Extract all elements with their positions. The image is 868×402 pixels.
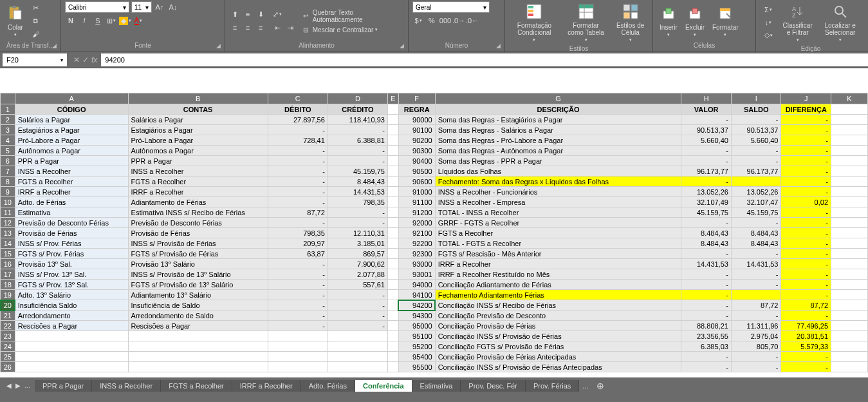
wrap-text-button[interactable]: ↩ Quebrar Texto Automaticamente bbox=[301, 8, 404, 24]
sheet-tab[interactable]: Estimativa bbox=[412, 380, 461, 392]
bold-button[interactable]: N bbox=[65, 15, 77, 26]
increase-font-button[interactable]: A↑ bbox=[154, 1, 165, 13]
cut-button[interactable]: ✂ bbox=[30, 3, 41, 14]
italic-button[interactable]: I bbox=[78, 15, 90, 26]
table-row[interactable]: 25 95400 Conciliação Provisão de Férias … bbox=[1, 352, 868, 362]
table-row[interactable]: 23 95100 Conciliação INSS s/ Provisão de… bbox=[1, 331, 868, 341]
table-row[interactable]: 20 Insuficiência Saldo Insuficiência de … bbox=[1, 300, 868, 311]
table-row[interactable]: 13 Provisão de Férias Provisão de Férias… bbox=[1, 228, 868, 238]
spreadsheet-grid[interactable]: ABCDEFGHIJK 1 CÓDIGOCONTASDÉBITOCRÉDITOR… bbox=[0, 68, 868, 378]
sort-filter-button[interactable]: AZClassificar e Filtrar▾ bbox=[779, 1, 816, 44]
table-row[interactable]: 26 95500 Conciliação INSS s/ Provisão de… bbox=[1, 362, 868, 372]
number-format-combo[interactable]: Geral▾ bbox=[412, 1, 490, 13]
sheet-tab[interactable]: INSS a Recolher bbox=[92, 380, 161, 392]
clipboard-dialog-icon[interactable]: ◢ bbox=[52, 43, 57, 49]
tab-more-icon[interactable]: … bbox=[24, 382, 31, 389]
align-bottom-button[interactable]: ⬇ bbox=[255, 8, 266, 20]
table-row[interactable]: 8 FGTS a Recolher FGTS a Recolher - 8.48… bbox=[1, 177, 868, 187]
merge-center-button[interactable]: ⊟ Mesclar e Centralizar bbox=[301, 26, 404, 34]
font-dialog-icon[interactable]: ◢ bbox=[216, 43, 221, 49]
svg-rect-13 bbox=[623, 12, 630, 19]
table-row[interactable]: 24 95200 Conciliação FGTS s/ Provisão de… bbox=[1, 341, 868, 352]
align-middle-button[interactable]: ≡ bbox=[242, 8, 254, 20]
align-right-button[interactable]: ≡ bbox=[255, 22, 266, 34]
fill-color-button[interactable]: ◆ bbox=[119, 15, 131, 26]
format-cells-button[interactable]: Formatar▾ bbox=[710, 3, 741, 39]
enter-formula-icon[interactable]: ✓ bbox=[82, 55, 89, 64]
percent-format-button[interactable]: % bbox=[426, 15, 438, 26]
table-row[interactable]: 3 Estagiários a Pagar Estagiários a Paga… bbox=[1, 125, 868, 135]
format-painter-button[interactable]: 🖌 bbox=[30, 28, 41, 40]
table-row[interactable]: 9 IRRF a Recolher IRRF a Recolher - 14.4… bbox=[1, 187, 868, 197]
table-row[interactable]: 7 INSS a Recolher INSS a Recolher - 45.1… bbox=[1, 166, 868, 177]
decrease-decimal-button[interactable]: .0← bbox=[466, 15, 478, 26]
autosum-button[interactable]: Σ bbox=[760, 4, 777, 15]
table-row[interactable]: 14 INSS s/ Prov. Férias INSS s/ Provisão… bbox=[1, 238, 868, 249]
sheet-tab[interactable]: Prov. Férias bbox=[526, 380, 579, 392]
table-row[interactable]: 11 Estimativa Estimativa INSS s/ Recibo … bbox=[1, 207, 868, 218]
header-row[interactable]: 1 CÓDIGOCONTASDÉBITOCRÉDITOREGRADESCRIÇÃ… bbox=[1, 104, 868, 115]
formula-input[interactable]: 94200 bbox=[101, 53, 868, 66]
table-row[interactable]: 16 Provisão 13º Sal. Provisão 13º Salári… bbox=[1, 259, 868, 269]
table-row[interactable]: 2 Salários a Pagar Salários a Pagar 27.8… bbox=[1, 115, 868, 125]
ribbon: Colar▾ ✂ ⧉ 🖌 Área de Transf...◢ Calibri▾… bbox=[0, 0, 868, 52]
name-box[interactable]: F20▾ bbox=[3, 53, 67, 66]
sheet-tab[interactable]: FGTS a Recolher bbox=[161, 380, 232, 392]
number-dialog-icon[interactable]: ◢ bbox=[496, 43, 501, 49]
increase-decimal-button[interactable]: .0→ bbox=[453, 15, 465, 26]
table-row[interactable]: 10 Adto. de Férias Adiantamento de Féria… bbox=[1, 197, 868, 207]
align-top-button[interactable]: ⬆ bbox=[229, 8, 241, 20]
paste-button[interactable]: Colar▾ bbox=[4, 3, 27, 39]
accounting-format-button[interactable]: $ bbox=[412, 15, 424, 26]
tab-next-icon[interactable]: ▶ bbox=[15, 382, 21, 389]
sheet-tab[interactable]: Conferência bbox=[355, 380, 412, 392]
decrease-font-button[interactable]: A↓ bbox=[167, 1, 179, 13]
sheet-tab[interactable]: Adto. Férias bbox=[301, 380, 355, 392]
svg-rect-4 bbox=[528, 6, 533, 8]
table-row[interactable]: 17 INSS s/ Prov. 13º Sal. INSS s/ Provis… bbox=[1, 269, 868, 280]
svg-rect-18 bbox=[692, 8, 697, 14]
cancel-formula-icon[interactable]: ✕ bbox=[73, 55, 80, 64]
comma-format-button[interactable]: 000 bbox=[439, 15, 451, 26]
align-dialog-icon[interactable]: ◢ bbox=[400, 43, 404, 49]
align-center-button[interactable]: ≡ bbox=[242, 22, 254, 34]
add-sheet-button[interactable]: ⊕ bbox=[591, 381, 609, 391]
table-row[interactable]: 12 Previsão de Desconto Férias Previsão … bbox=[1, 218, 868, 228]
font-name-combo[interactable]: Calibri▾ bbox=[65, 1, 129, 13]
fx-icon[interactable]: fx bbox=[91, 55, 97, 64]
table-row[interactable]: 5 Autônomos a Pagar Autônomos a Pagar - … bbox=[1, 146, 868, 156]
tab-overflow-icon[interactable]: … bbox=[579, 382, 591, 390]
table-row[interactable]: 18 FGTS s/ Prov. 13º Sal. FGTS s/ Provis… bbox=[1, 280, 868, 290]
svg-rect-5 bbox=[528, 10, 533, 12]
table-row[interactable]: 19 Adto. 13º Salário Adiantamento 13º Sa… bbox=[1, 290, 868, 300]
decrease-indent-button[interactable]: ⇤ bbox=[272, 22, 283, 34]
svg-rect-12 bbox=[631, 5, 638, 11]
underline-button[interactable]: S bbox=[92, 15, 104, 26]
clear-button[interactable]: ◇ bbox=[760, 30, 777, 41]
increase-indent-button[interactable]: ⇥ bbox=[284, 22, 296, 34]
align-left-button[interactable]: ≡ bbox=[229, 22, 241, 34]
find-select-button[interactable]: Localizar e Selecionar▾ bbox=[818, 1, 862, 44]
orientation-button[interactable]: ⤢ bbox=[272, 8, 283, 20]
font-size-combo[interactable]: 11▾ bbox=[131, 1, 152, 13]
table-row[interactable]: 4 Pró-Labore a Pagar Pró-Labore a Pagar … bbox=[1, 135, 868, 146]
borders-button[interactable]: ⊞ bbox=[106, 15, 117, 26]
table-row[interactable]: 21 Arredondamento Arredondamento de Sald… bbox=[1, 311, 868, 321]
copy-button[interactable]: ⧉ bbox=[30, 15, 41, 27]
format-table-button[interactable]: Formatar como Tabela▾ bbox=[562, 1, 609, 44]
font-color-button[interactable]: A bbox=[133, 15, 144, 26]
delete-cells-button[interactable]: Excluir▾ bbox=[683, 3, 707, 39]
svg-rect-14 bbox=[631, 12, 638, 19]
conditional-format-button[interactable]: Formatação Condicional▾ bbox=[509, 1, 560, 44]
sheet-tab[interactable]: PPR a Pagar bbox=[35, 380, 92, 392]
column-headers[interactable]: ABCDEFGHIJK bbox=[1, 93, 868, 104]
sheet-tab[interactable]: Prov. Desc. Fér bbox=[461, 380, 526, 392]
table-row[interactable]: 22 Rescisões a Pagar Rescisões a Pagar -… bbox=[1, 321, 868, 331]
table-row[interactable]: 15 FGTS s/ Prov. Férias FGTS s/ Provisão… bbox=[1, 249, 868, 259]
sheet-tab[interactable]: IRRF a Recolher bbox=[232, 380, 301, 392]
table-row[interactable]: 6 PPR a Pagar PPR a Pagar - - 90400 Soma… bbox=[1, 156, 868, 166]
cell-styles-button[interactable]: Estilos de Célula▾ bbox=[612, 1, 649, 44]
insert-cells-button[interactable]: Inserir▾ bbox=[657, 3, 680, 39]
fill-button[interactable]: ↓ bbox=[760, 17, 777, 28]
tab-prev-icon[interactable]: ◀ bbox=[6, 382, 12, 389]
